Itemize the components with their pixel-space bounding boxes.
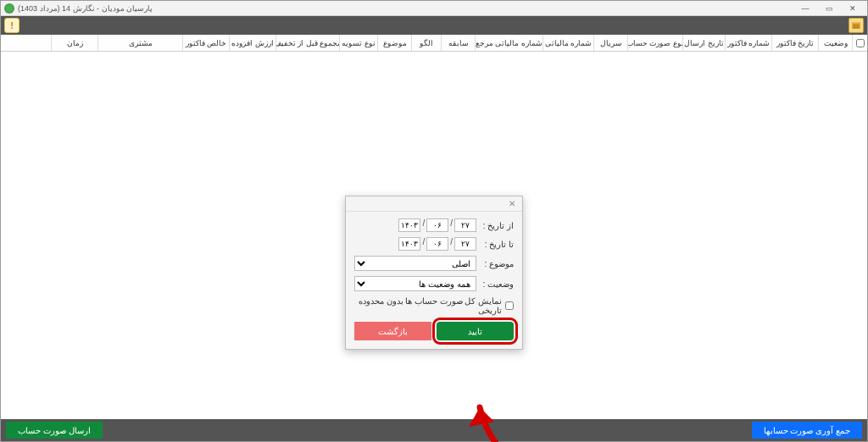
col-10[interactable]: موضوع (377, 35, 411, 51)
from-date-label: از تاریخ : (480, 221, 514, 230)
col-0[interactable]: وضعیت (818, 35, 852, 51)
window-title: پارسیان مودیان - نگارش 14 (مرداد 1403) (18, 4, 153, 13)
col-8[interactable]: سابقه (441, 35, 475, 51)
cancel-button[interactable]: بازگشت (354, 322, 431, 340)
col-5[interactable]: سریال (593, 35, 627, 51)
col-9[interactable]: الگو (411, 35, 441, 51)
col-13[interactable]: ارزش افزوده (229, 35, 275, 51)
filter-dialog: ✕ از تاریخ : / / تا تاریخ (345, 196, 523, 350)
subject-label: موضوع : (480, 259, 514, 268)
col-2[interactable]: شماره فاکتور (725, 35, 771, 51)
dialog-close-button[interactable]: ✕ (505, 198, 519, 210)
status-label: وضعیت : (480, 279, 514, 289)
svg-rect-0 (853, 24, 860, 29)
maximize-button[interactable]: ▭ (818, 3, 840, 14)
col-14[interactable]: خالص فاکتور (182, 35, 229, 51)
col-15[interactable]: مشتری (97, 35, 182, 51)
to-month-input[interactable] (426, 237, 448, 251)
select-all-checkbox[interactable] (852, 35, 867, 51)
col-11[interactable]: نوع تسویه (339, 35, 377, 51)
subject-select[interactable]: اصلی (354, 256, 476, 271)
col-1[interactable]: تاریخ فاکتور (771, 35, 818, 51)
col-6[interactable]: شماره مالیاتی (542, 35, 593, 51)
show-all-label: نمایش کل صورت حساب ها بدون محدوده تاریخی (354, 296, 502, 315)
alert-badge[interactable]: ! (4, 18, 19, 33)
app-icon (4, 3, 14, 14)
col-4[interactable]: نوع صورت حساب (627, 35, 682, 51)
col-16[interactable]: زمان (51, 35, 97, 51)
bottom-bar: جمع آوری صورت حسابها ارسال صورت حساب (1, 419, 867, 441)
from-month-input[interactable] (426, 218, 448, 232)
col-12[interactable]: مجموع قبل از تخفیف (275, 35, 339, 51)
col-3[interactable]: تاریخ ارسال (682, 35, 725, 51)
to-date-label: تا تاریخ : (480, 240, 514, 249)
close-button[interactable]: ✕ (842, 3, 864, 14)
send-invoice-button[interactable]: ارسال صورت حساب (6, 422, 103, 439)
show-all-checkbox-row[interactable]: نمایش کل صورت حساب ها بدون محدوده تاریخی (354, 296, 514, 315)
title-bar: پارسیان مودیان - نگارش 14 (مرداد 1403) —… (1, 1, 867, 16)
minimize-button[interactable]: — (794, 3, 816, 14)
from-day-input[interactable] (454, 218, 476, 232)
to-day-input[interactable] (454, 237, 476, 251)
status-select[interactable]: همه وضعیت ها (354, 276, 476, 291)
from-year-input[interactable] (398, 218, 420, 232)
grid-body: ✕ از تاریخ : / / تا تاریخ (1, 52, 867, 419)
col-7[interactable]: شماره مالیاتی مرجع (475, 35, 542, 51)
confirm-button[interactable]: تایید (437, 322, 514, 340)
to-year-input[interactable] (398, 237, 420, 251)
svg-rect-1 (852, 23, 860, 25)
toolbar: ! (1, 16, 867, 35)
collect-invoices-button[interactable]: جمع آوری صورت حسابها (752, 422, 862, 439)
grid-header: وضعیتتاریخ فاکتورشماره فاکتورتاریخ ارسال… (1, 35, 867, 52)
show-all-checkbox[interactable] (505, 301, 514, 310)
archive-icon[interactable] (849, 18, 864, 33)
